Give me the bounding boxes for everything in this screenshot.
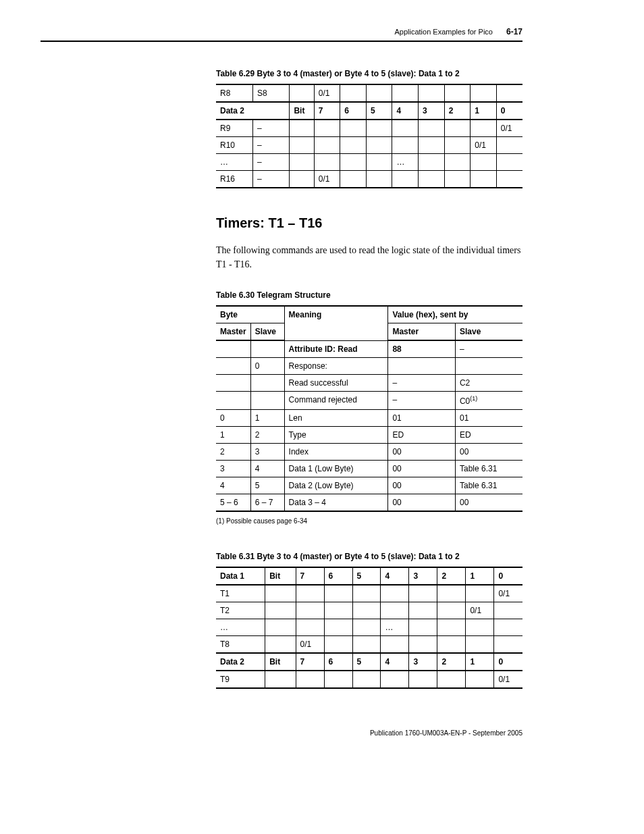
table-cell: –: [388, 375, 456, 392]
table-cell: –: [252, 171, 289, 188]
table-cell: 00: [388, 494, 456, 512]
table-cell: 0/1: [314, 171, 340, 188]
table-cell: 01: [388, 410, 456, 427]
table-cell: [494, 636, 522, 654]
table-cell: [409, 636, 437, 654]
table-cell: …: [216, 154, 252, 171]
table-cell: C0(1): [455, 392, 522, 410]
table-cell: 2: [250, 427, 284, 444]
table-cell: [455, 358, 522, 375]
table-631: Data 1Bit76543210T10/1T20/1……T80/1Data 2…: [216, 567, 522, 689]
table-cell: [352, 636, 381, 654]
col-master: Master: [216, 323, 250, 341]
table-cell: [466, 585, 494, 602]
table-cell: [444, 120, 471, 137]
table-cell: [419, 84, 445, 102]
table-cell: [265, 585, 296, 602]
table-cell: R10: [216, 137, 252, 154]
table-cell: 3: [419, 102, 445, 120]
table-cell: [366, 84, 392, 102]
table-cell: [466, 636, 494, 654]
table-cell: [265, 619, 296, 636]
table-cell: Attribute ID: Read: [284, 340, 388, 358]
table-cell: [419, 137, 445, 154]
table-cell: [296, 619, 324, 636]
table-cell: 0/1: [496, 120, 522, 137]
table-cell: [352, 602, 381, 619]
table-cell: 6: [324, 653, 352, 671]
table-cell: [496, 137, 522, 154]
table-cell: –: [455, 340, 522, 358]
table-cell: [444, 137, 471, 154]
page-header: Application Examples for Pico 6-17: [41, 27, 522, 42]
table-cell: 0/1: [471, 137, 497, 154]
table-cell: [340, 171, 367, 188]
table-cell: [409, 585, 437, 602]
table-cell: 5: [352, 567, 381, 585]
table-cell: [471, 84, 497, 102]
table-cell: [444, 154, 471, 171]
table-cell: 5: [250, 477, 284, 494]
table-cell: [409, 671, 437, 688]
table-cell: [290, 120, 314, 137]
table-cell: 00: [388, 444, 456, 461]
table-cell: Data 1: [216, 567, 265, 585]
table-cell: [496, 154, 522, 171]
section-heading-timers: Timers: T1 – T16: [216, 215, 522, 231]
table-cell: [265, 636, 296, 654]
col-value-master: Master: [388, 323, 456, 341]
table-cell: 5: [352, 653, 381, 671]
table-cell: 5 – 6: [216, 494, 250, 512]
col-byte: Byte: [216, 306, 284, 323]
table-cell: 4: [381, 567, 409, 585]
table-cell: [324, 585, 352, 602]
table-cell: Bit: [265, 567, 296, 585]
table-cell: 0: [496, 102, 522, 120]
table-cell: [471, 120, 497, 137]
table-cell: [392, 84, 419, 102]
main-content: Table 6.29 Byte 3 to 4 (master) or Byte …: [216, 69, 522, 689]
table-cell: Command rejected: [284, 392, 388, 410]
table-cell: 4: [250, 461, 284, 477]
table-cell: Type: [284, 427, 388, 444]
table-cell: 00: [455, 494, 522, 512]
table-629-caption: Table 6.29 Byte 3 to 4 (master) or Byte …: [216, 69, 522, 78]
table-cell: [392, 171, 419, 188]
table-630-caption: Table 6.30 Telegram Structure: [216, 290, 522, 300]
table-cell: [419, 154, 445, 171]
table-629: R8S80/1Data 2Bit76543210R9–0/1R10–0/1…–……: [216, 84, 522, 188]
table-cell: 2: [437, 653, 466, 671]
table-cell: 0: [494, 653, 522, 671]
table-631-caption: Table 6.31 Byte 3 to 4 (master) or Byte …: [216, 552, 522, 561]
table-cell: T9: [216, 671, 265, 688]
table-cell: 1: [466, 653, 494, 671]
table-cell: 7: [296, 567, 324, 585]
table-cell: [324, 619, 352, 636]
header-section-title: Application Examples for Pico: [394, 28, 493, 36]
table-cell: 00: [388, 477, 456, 494]
table-cell: 6: [324, 567, 352, 585]
table-cell: [381, 671, 409, 688]
col-value-slave: Slave: [455, 323, 522, 341]
table-cell: R9: [216, 120, 252, 137]
page-footer: Publication 1760-UM003A-EN-P - September…: [41, 729, 522, 737]
table-cell: [471, 171, 497, 188]
table-cell: [250, 340, 284, 358]
table-cell: [466, 619, 494, 636]
table-cell: [366, 171, 392, 188]
header-page-number: 6-17: [506, 27, 522, 36]
table-cell: [366, 137, 392, 154]
table-cell: 1: [216, 427, 250, 444]
table-cell: Data 1 (Low Byte): [284, 461, 388, 477]
table-cell: 0/1: [494, 671, 522, 688]
table-cell: [494, 619, 522, 636]
table-cell: [466, 671, 494, 688]
table-cell: Data 2: [216, 102, 290, 120]
table-cell: [381, 636, 409, 654]
table-cell: [290, 84, 314, 102]
table-cell: 0: [250, 358, 284, 375]
col-value: Value (hex), sent by: [388, 306, 522, 323]
table-cell: [216, 340, 250, 358]
table-cell: [444, 171, 471, 188]
table-cell: [250, 392, 284, 410]
